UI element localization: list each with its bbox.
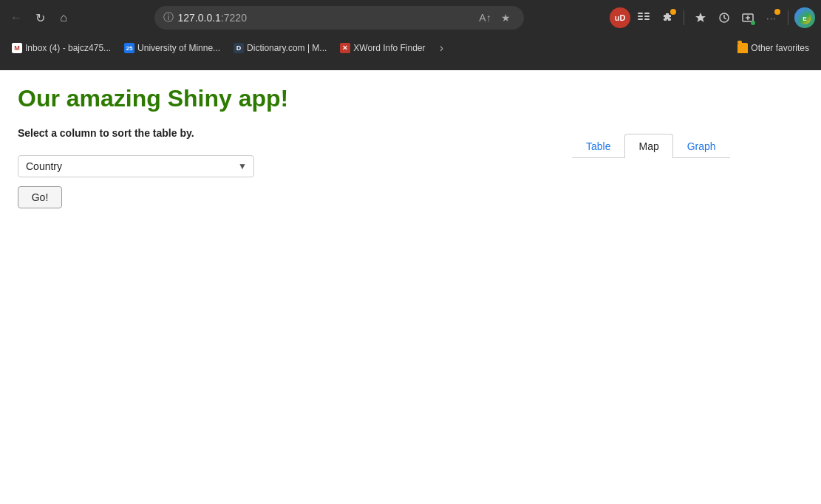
ublock-label: uD [615,13,626,22]
tab-graph[interactable]: Graph [673,134,730,158]
reload-button[interactable]: ↻ [30,7,50,28]
sync-notification [751,21,755,25]
address-bar[interactable]: ⓘ 127.0.0.1:7220 A↑ ★ [154,6,524,30]
extensions-badge [670,9,676,15]
university-favicon: 25 [124,43,134,53]
svg-rect-0 [638,13,643,14]
svg-rect-3 [644,13,650,14]
go-button[interactable]: Go! [18,186,62,208]
other-favorites-label: Other favorites [751,43,809,53]
bookmark-university[interactable]: 25 University of Minne... [118,41,226,55]
toolbar-divider [684,10,684,25]
reader-view-button[interactable] [633,7,654,28]
bookmark-gmail-label: Inbox (4) - bajcz475... [25,43,111,53]
toolbar-divider-2 [788,10,788,25]
translate-button[interactable]: A↑ [477,9,494,27]
bookmark-dictionary-label: Dictionary.com | M... [247,43,327,53]
nav-buttons: ← ↻ ⌂ [6,7,74,28]
profile-button[interactable]: E [794,7,815,28]
browser-toolbar: ← ↻ ⌂ ⓘ 127.0.0.1:7220 A↑ ★ uD [0,0,821,35]
ublock-button[interactable]: uD [610,7,630,28]
left-panel: Select a column to sort the table by. Co… [18,127,284,208]
bookmark-dictionary[interactable]: D Dictionary.com | M... [228,41,333,55]
bookmarks-more-button[interactable]: › [433,39,451,57]
tab-table[interactable]: Table [572,134,624,158]
menu-button[interactable]: ··· [761,7,782,28]
other-favorites-button[interactable]: Other favorites [732,41,815,55]
svg-rect-2 [638,18,643,20]
extensions-button[interactable] [657,7,678,28]
favorites-button[interactable] [690,7,711,28]
bookmark-university-label: University of Minne... [137,43,220,53]
app-title: Our amazing Shiny app! [18,85,803,112]
gmail-favicon: M [12,43,22,53]
bookmark-gmail[interactable]: M Inbox (4) - bajcz475... [6,41,117,55]
main-layout: Select a column to sort the table by. Co… [18,127,803,208]
tabs-panel: Table Map Graph [572,127,730,158]
select-wrapper: Country Population GDP Area Continent ▼ [18,155,254,177]
svg-text:E: E [803,16,807,22]
folder-icon [737,43,748,53]
sort-label: Select a column to sort the table by. [18,127,284,139]
svg-rect-4 [644,16,650,17]
bookmarks-bar: M Inbox (4) - bajcz475... 25 University … [0,35,821,61]
synced-tabs-button[interactable] [737,7,758,28]
address-text: 127.0.0.1:7220 [178,12,472,24]
history-button[interactable] [714,7,735,28]
browser-chrome: ← ↻ ⌂ ⓘ 127.0.0.1:7220 A↑ ★ uD [0,0,821,70]
svg-rect-1 [638,16,643,17]
tab-map[interactable]: Map [624,134,672,158]
sort-select[interactable]: Country Population GDP Area Continent [18,155,254,177]
toolbar-icons: uD [610,7,815,28]
xword-favicon: ✕ [340,43,350,53]
svg-rect-5 [644,18,650,20]
bookmark-xword-label: XWord Info Finder [353,43,425,53]
bookmark-xword[interactable]: ✕ XWord Info Finder [334,41,431,55]
tabs-nav: Table Map Graph [572,133,730,158]
menu-badge [774,9,780,15]
page-content: Our amazing Shiny app! Select a column t… [0,70,821,504]
address-host: 127.0.0.1 [178,12,221,24]
star-button[interactable]: ★ [497,9,515,27]
address-port: :7220 [221,12,247,24]
back-button[interactable]: ← [6,7,27,28]
info-icon: ⓘ [163,11,174,24]
home-button[interactable]: ⌂ [53,7,74,28]
address-actions: A↑ ★ [477,9,515,27]
dictionary-favicon: D [234,43,244,53]
